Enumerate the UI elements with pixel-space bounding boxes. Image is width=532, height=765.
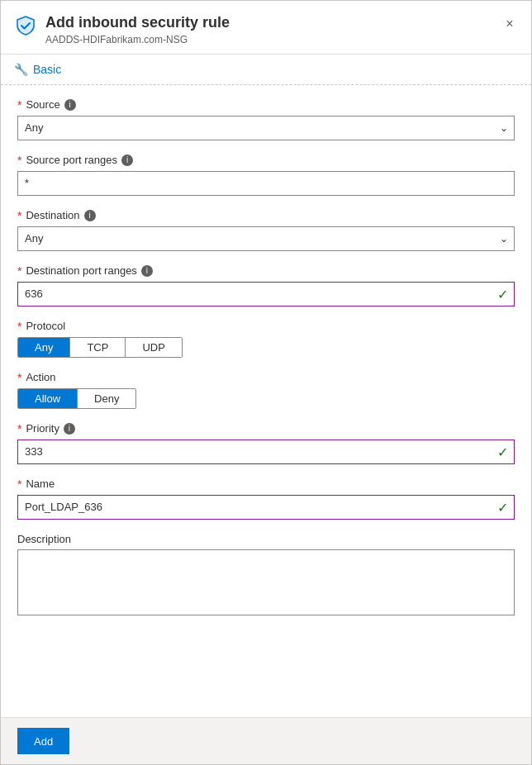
protocol-tcp-button[interactable]: TCP — [70, 338, 126, 357]
protocol-required-star: * — [17, 320, 21, 333]
source-port-ranges-field: * Source port ranges i — [17, 154, 515, 196]
destination-label-text: Destination — [26, 209, 79, 221]
protocol-udp-button[interactable]: UDP — [126, 338, 181, 357]
description-field: Description — [17, 533, 515, 618]
destination-port-required-star: * — [17, 264, 21, 278]
source-label-text: Source — [26, 98, 59, 111]
destination-port-ranges-input[interactable] — [17, 282, 515, 306]
form-body: * Source i Any IP Addresses Service Tag … — [1, 85, 531, 717]
protocol-label-text: Protocol — [26, 320, 65, 332]
source-field: * Source i Any IP Addresses Service Tag … — [17, 98, 515, 140]
priority-validated-wrapper: ✓ — [17, 440, 515, 464]
add-button[interactable]: Add — [17, 728, 69, 754]
destination-port-info-icon: i — [141, 265, 153, 277]
priority-required-star: * — [17, 422, 21, 435]
destination-port-validated-wrapper: ✓ — [17, 282, 515, 306]
protocol-label: * Protocol — [17, 320, 515, 333]
add-inbound-security-rule-dialog: Add inbound security rule AADDS-HDIFabri… — [0, 0, 532, 765]
source-info-icon: i — [64, 99, 76, 111]
dialog-subtitle: AADDS-HDIFabrikam.com-NSG — [45, 34, 230, 45]
action-deny-button[interactable]: Deny — [78, 389, 135, 408]
action-field: * Action Allow Deny — [17, 371, 515, 409]
action-required-star: * — [17, 371, 21, 384]
section-label: 🔧 Basic — [14, 63, 518, 76]
priority-input[interactable] — [17, 440, 515, 464]
destination-info-icon: i — [84, 210, 96, 221]
name-label-text: Name — [26, 478, 55, 490]
section-header: 🔧 Basic — [1, 55, 531, 85]
protocol-any-button[interactable]: Any — [18, 338, 70, 357]
source-select-wrapper: Any IP Addresses Service Tag Application… — [17, 116, 515, 140]
action-allow-button[interactable]: Allow — [18, 389, 78, 408]
destination-port-ranges-label: * Destination port ranges i — [17, 264, 515, 278]
description-label-text: Description — [17, 533, 71, 545]
source-label: * Source i — [17, 98, 515, 112]
destination-select-wrapper: Any IP Addresses Service Tag Application… — [17, 226, 515, 251]
close-button[interactable]: × — [498, 12, 521, 36]
header-text: Add inbound security rule AADDS-HDIFabri… — [45, 14, 230, 45]
destination-port-ranges-field: * Destination port ranges i ✓ — [17, 264, 515, 306]
description-label: Description — [17, 533, 515, 545]
destination-field: * Destination i Any IP Addresses Service… — [17, 209, 515, 251]
action-label: * Action — [17, 371, 515, 384]
name-label: * Name — [17, 478, 515, 491]
wrench-icon: 🔧 — [14, 63, 28, 76]
name-validated-wrapper: ✓ — [17, 495, 515, 520]
source-select[interactable]: Any IP Addresses Service Tag Application… — [17, 116, 515, 140]
priority-label-text: Priority — [26, 422, 59, 435]
action-label-text: Action — [26, 371, 55, 383]
destination-port-label-text: Destination port ranges — [26, 264, 136, 277]
description-textarea[interactable] — [17, 549, 515, 615]
source-port-info-icon: i — [121, 154, 133, 166]
priority-field: * Priority i ✓ — [17, 422, 515, 464]
source-required-star: * — [17, 98, 21, 112]
destination-required-star: * — [17, 209, 21, 222]
name-field: * Name ✓ — [17, 478, 515, 520]
dialog-footer: Add — [1, 717, 531, 764]
section-label-text: Basic — [33, 63, 61, 76]
priority-info-icon: i — [64, 423, 75, 435]
destination-select[interactable]: Any IP Addresses Service Tag Application… — [17, 226, 515, 251]
name-input[interactable] — [17, 495, 515, 520]
destination-label: * Destination i — [17, 209, 515, 222]
source-port-ranges-label: * Source port ranges i — [17, 154, 515, 167]
source-port-required-star: * — [17, 154, 21, 167]
source-port-ranges-input[interactable] — [17, 171, 515, 196]
protocol-field: * Protocol Any TCP UDP — [17, 320, 515, 358]
source-port-label-text: Source port ranges — [26, 154, 117, 166]
dialog-title: Add inbound security rule — [45, 14, 230, 32]
dialog-header: Add inbound security rule AADDS-HDIFabri… — [1, 1, 531, 55]
priority-label: * Priority i — [17, 422, 515, 435]
action-toggle-group: Allow Deny — [17, 388, 136, 409]
shield-icon — [14, 14, 37, 37]
name-required-star: * — [17, 478, 21, 491]
protocol-toggle-group: Any TCP UDP — [17, 337, 183, 358]
